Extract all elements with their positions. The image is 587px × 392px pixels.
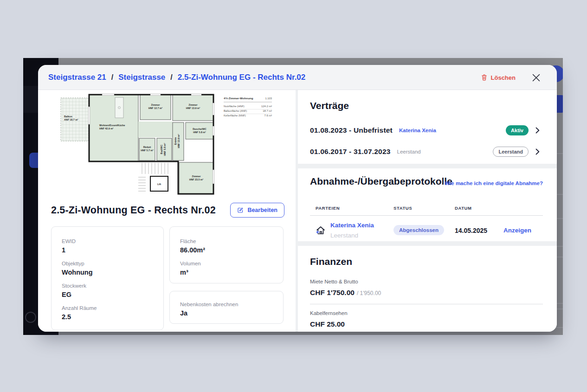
floorplan-room-area: HNF 13.9 m² — [177, 134, 180, 148]
finance-amount: CHF 25.00 — [310, 320, 345, 328]
field-value: 2.5 — [62, 313, 155, 321]
finances-section: Finanzen Miete Netto & Brutto CHF 1'750.… — [298, 246, 557, 332]
field-value: m³ — [180, 269, 275, 276]
field-label: Volumen — [180, 261, 275, 266]
field-value: Ja — [180, 309, 275, 317]
sidebar-avatar-dimmed — [25, 312, 36, 323]
protocol-status-badge: Abgeschlossen — [393, 225, 444, 235]
trash-icon — [481, 74, 488, 81]
unit-details-card: EWID1 ObjekttypWohnung StockwerkEG Anzah… — [51, 226, 164, 330]
floorplan-legend-value: 7.6 m² — [264, 114, 272, 117]
column-header-parteien: PARTEIEN — [316, 206, 340, 211]
floorplan-legend-label: Nutzfläche (HNF) — [224, 105, 245, 108]
protocols-help-link[interactable]: Wie mache ich eine digitale Abnahme? — [445, 180, 543, 186]
chevron-right-icon — [535, 127, 540, 134]
finance-value: CHF 25.00 — [310, 320, 347, 328]
modal-header: Steigstrasse 21 / Steigstrasse / 2.5-Zi-… — [38, 65, 557, 90]
close-icon — [532, 74, 540, 82]
field-value: 86.00m² — [180, 246, 275, 254]
floorplan-room-label: Zimmer — [151, 103, 160, 106]
column-header-status: STATUS — [393, 206, 412, 211]
finance-label: Miete Netto & Brutto — [310, 279, 358, 284]
floorplan-legend-value: 124.2 m² — [261, 105, 272, 108]
breadcrumb-item-building[interactable]: Steigstrasse — [118, 73, 165, 82]
floorplan-room-area: ANF 18.7 m² — [64, 118, 78, 121]
floorplan-room-label: Zimmer — [188, 103, 197, 106]
breadcrumb-item-unit[interactable]: 2.5-Zi-Wohnung EG - Rechts Nr.02 — [178, 73, 306, 82]
unit-overview-panel: Lift Balkon ANF 18.7 m² Wohnen/Essen/Küc… — [38, 90, 296, 332]
floorplan-legend-label: Balkonfläche (ANF) — [224, 109, 247, 112]
finance-amount-gross: / 1'950.00 — [357, 290, 381, 296]
floorplan-room-area: HNF 42.9 m² — [99, 127, 114, 130]
breadcrumb-item-property[interactable]: Steigstrasse 21 — [48, 73, 106, 82]
protocol-date: 14.05.2025 — [455, 227, 487, 234]
contract-row[interactable]: 01.08.2023 - Unbefristet Katerina Xenia … — [310, 124, 540, 137]
unit-detail-sections: Verträge 01.08.2023 - Unbefristet Kateri… — [298, 90, 557, 332]
breadcrumb: Steigstrasse 21 / Steigstrasse / 2.5-Zi-… — [48, 65, 305, 90]
finance-label: Kabelfernsehen — [310, 310, 348, 316]
floorplan-legend-number: 1.103 — [265, 97, 272, 100]
floorplan-room-label: Wohnen/Essen/Küche — [99, 124, 125, 127]
status-badge-active: Aktiv — [506, 125, 529, 135]
finances-heading: Finanzen — [310, 256, 352, 267]
protocols-section: Abnahme-/Übergabeprotokolle Wie mache ic… — [298, 168, 557, 241]
delete-button-label: Löschen — [491, 74, 516, 81]
table-header-divider — [310, 215, 543, 216]
floorplan-room-area: HNF 23.5 m² — [189, 178, 204, 181]
protocol-party-link[interactable]: Katerina Xenia — [330, 222, 374, 229]
contract-tenant-label: Leerstand — [397, 149, 421, 154]
page-title: 2.5-Zi-Wohnung EG - Rechts Nr.02 — [51, 205, 216, 216]
contract-tenant-link[interactable]: Katerina Xenia — [399, 128, 436, 133]
field-label: Stockwerk — [62, 283, 155, 289]
desktop-background: Steigstrasse 21 / Steigstrasse / 2.5-Zi-… — [0, 0, 587, 392]
chevron-right-icon — [535, 148, 540, 155]
divider — [310, 304, 543, 304]
field-value: 1 — [62, 246, 155, 254]
floorplan-room-area: HNF 13.9 m² — [186, 107, 200, 109]
finance-value: CHF 1'750.00/ 1'950.00 — [310, 289, 381, 297]
contracts-heading: Verträge — [310, 100, 349, 111]
protocol-view-link[interactable]: Anzeigen — [503, 227, 531, 234]
delete-button[interactable]: Löschen — [481, 74, 516, 81]
floorplan-legend-title: 4½-Zimmer-Wohnung — [224, 96, 253, 100]
floorplan-room-area: HNF 5.7 m² — [141, 149, 154, 152]
contract-row[interactable]: 01.06.2017 - 31.07.2023 Leerstand Leerst… — [310, 145, 540, 158]
floorplan-room-label: Bad/WC — [160, 145, 163, 154]
field-label: Anzahl Räume — [62, 305, 155, 311]
unit-billing-card: Nebenkosten abrechnenJa — [169, 291, 284, 324]
floorplan-room-area: HNF 12.7 m² — [148, 107, 163, 109]
floorplan-room-area: HNF 5.8 m² — [163, 143, 166, 156]
field-label: Objekttyp — [62, 261, 155, 266]
floorplan-room-label: Lift — [157, 183, 161, 186]
unit-title-row: 2.5-Zi-Wohnung EG - Rechts Nr.02 Bearbei… — [51, 203, 284, 218]
edit-button-label: Bearbeiten — [247, 207, 277, 213]
protocols-heading: Abnahme-/Übergabeprotokolle — [310, 176, 452, 187]
close-button[interactable] — [532, 74, 540, 82]
unit-detail-modal: Steigstrasse 21 / Steigstrasse / 2.5-Zi-… — [38, 65, 557, 332]
floorplan-legend-value: 18.7 m² — [263, 109, 272, 112]
breadcrumb-separator: / — [170, 73, 172, 82]
house-move-icon — [315, 225, 326, 238]
contract-period: 01.08.2023 - Unbefristet — [310, 126, 393, 135]
field-label: Fläche — [180, 238, 275, 244]
unit-dimensions-card: Fläche86.00m² Volumenm³ — [169, 226, 284, 283]
edit-icon — [237, 207, 244, 213]
field-value: Wohnung — [62, 269, 155, 276]
contracts-section: Verträge 01.08.2023 - Unbefristet Kateri… — [298, 90, 557, 164]
breadcrumb-separator: / — [111, 73, 113, 82]
field-value: EG — [62, 291, 155, 298]
floorplan-image: Lift Balkon ANF 18.7 m² Wohnen/Essen/Küc… — [59, 92, 275, 195]
column-header-datum: DATUM — [455, 206, 472, 211]
floorplan-room-label: Balkon — [64, 115, 72, 118]
modal-header-actions: Löschen — [481, 65, 540, 90]
floorplan-room-label: Entrée — [174, 137, 177, 145]
protocol-party-sub: Leerstand — [330, 232, 358, 239]
floorplan-room-area: HNF 5.8 m² — [193, 131, 206, 134]
field-label: EWID — [62, 238, 155, 244]
floorplan-room-label: Dusche/WC — [193, 128, 206, 130]
field-label: Nebenkosten abrechnen — [180, 302, 275, 307]
floorplan-room-label: Zimmer — [192, 175, 200, 178]
finance-amount: CHF 1'750.00 — [310, 289, 355, 296]
status-badge-vacant: Leerstand — [493, 147, 529, 157]
edit-button[interactable]: Bearbeiten — [230, 203, 284, 218]
